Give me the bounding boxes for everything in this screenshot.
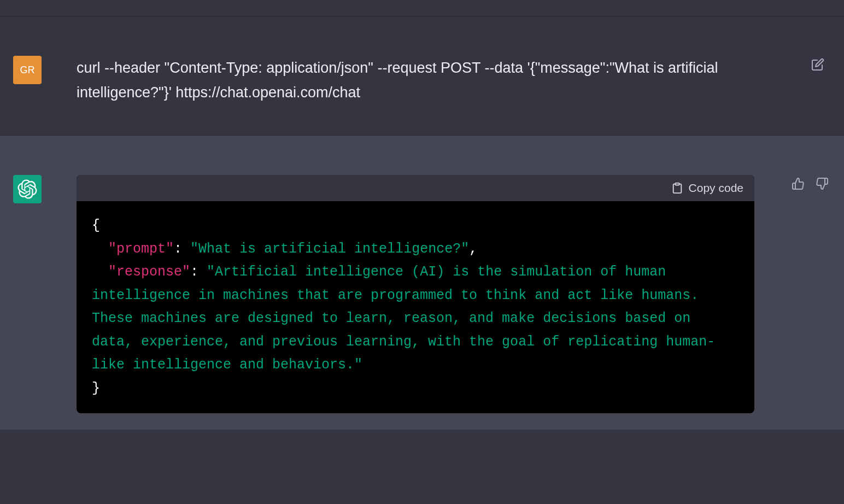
copy-code-button[interactable]: Copy code [671, 181, 743, 195]
copy-code-label: Copy code [689, 181, 743, 195]
user-message-block: GR curl --header "Content-Type: applicat… [0, 16, 844, 136]
user-message-actions [809, 56, 827, 104]
user-avatar: GR [13, 56, 42, 84]
avatar-initials: GR [20, 65, 35, 76]
edit-icon [811, 58, 824, 71]
top-bar [0, 0, 844, 16]
assistant-message-block: Copy code { "prompt": "What is artificia… [0, 136, 844, 430]
json-colon: : [174, 241, 190, 257]
json-comma: , [469, 241, 477, 257]
json-brace-open: { [92, 218, 100, 233]
user-message-text: curl --header "Content-Type: application… [77, 56, 774, 104]
json-val-prompt: "What is artificial intelligence?" [190, 241, 469, 257]
assistant-message-actions [789, 175, 831, 413]
json-key-prompt: "prompt" [108, 241, 174, 257]
code-header: Copy code [77, 175, 754, 201]
clipboard-icon [671, 182, 683, 194]
thumbs-down-button[interactable] [813, 175, 831, 192]
json-key-response: "response" [108, 264, 190, 280]
thumbs-up-icon [792, 177, 805, 190]
user-message-content: curl --header "Content-Type: application… [55, 56, 796, 104]
json-val-response: "Artificial intelligence (AI) is the sim… [92, 264, 715, 373]
json-indent [92, 241, 108, 257]
assistant-message-content: Copy code { "prompt": "What is artificia… [55, 175, 776, 413]
openai-logo-icon [17, 179, 37, 199]
assistant-avatar [13, 175, 42, 203]
json-indent [92, 264, 108, 280]
thumbs-down-icon [816, 177, 829, 190]
code-block: Copy code { "prompt": "What is artificia… [77, 175, 754, 413]
code-body: { "prompt": "What is artificial intellig… [77, 201, 754, 413]
svg-rect-0 [675, 183, 679, 185]
json-colon: : [190, 264, 207, 280]
thumbs-up-button[interactable] [789, 175, 807, 192]
edit-button[interactable] [809, 56, 827, 73]
json-brace-close: } [92, 380, 100, 396]
